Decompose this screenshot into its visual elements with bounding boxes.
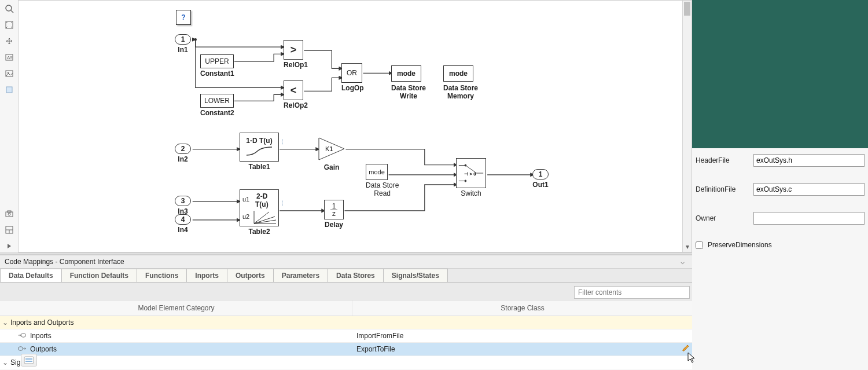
svg-text:K1: K1 (325, 145, 333, 152)
canvas-side-toolbar: A≡ (0, 0, 19, 252)
outport-out1[interactable]: 1 Out1 (532, 169, 549, 189)
code-mappings-tabs: Data Defaults Function Defaults Function… (0, 269, 692, 283)
tab-outports[interactable]: Outports (227, 269, 274, 282)
model-canvas-area: A≡ (0, 0, 692, 252)
right-docked-panel-area (692, 0, 868, 148)
delay-block[interactable]: 1 z Delay (324, 200, 344, 229)
header-file-input[interactable] (753, 154, 865, 167)
definition-file-label: DefinitionFile (696, 185, 753, 193)
col-model-element-category: Model Element Category (0, 301, 353, 316)
inport-in1[interactable]: 1 In1 (175, 34, 191, 54)
zoom-tool-icon[interactable] (3, 2, 16, 15)
tab-signals-states[interactable]: Signals/States (383, 269, 448, 282)
tab-functions[interactable]: Functions (137, 269, 187, 282)
inport-icon (17, 332, 27, 340)
code-mappings-table: Model Element Category Storage Class ⌄ I… (0, 301, 692, 370)
table-row-inports[interactable]: Inports ImportFromFile (0, 329, 692, 343)
svg-rect-20 (24, 357, 34, 364)
inport-in1-label: In1 (175, 46, 191, 54)
data-store-read-block[interactable]: mode Data StoreRead (366, 164, 399, 197)
constant-lower[interactable]: LOWER Constant2 (200, 94, 234, 117)
code-mappings-title: Code Mappings - Component Interface (5, 258, 124, 266)
outport-out1-label: Out1 (532, 181, 549, 189)
prop-header-file: HeaderFile (696, 154, 865, 167)
inport-in2[interactable]: 2 In2 (175, 144, 191, 163)
row-label: Outports (30, 345, 57, 353)
relop2-block[interactable]: < RelOp2 (284, 80, 308, 109)
inport-in4[interactable]: 4 In4 (175, 214, 191, 234)
tab-data-defaults[interactable]: Data Defaults (0, 269, 62, 282)
constant-upper[interactable]: UPPER Constant1 (200, 54, 234, 78)
svg-text:A≡: A≡ (7, 55, 13, 60)
canvas-scrollbar-vertical[interactable]: ▴ ▾ (682, 1, 692, 252)
expand-panel-icon[interactable] (3, 240, 16, 252)
inport-in4-label: In4 (175, 226, 191, 234)
image-tool-icon[interactable] (3, 67, 16, 80)
code-mappings-title-bar: Code Mappings - Component Interface ⌵ (0, 255, 692, 269)
section-signals[interactable]: ⌄ Signals (0, 356, 692, 369)
edit-pencil-icon[interactable] (682, 344, 690, 352)
svg-point-10 (8, 213, 10, 215)
inport-in3[interactable]: 3 In3 (175, 196, 191, 215)
svg-text:⊣ > 0: ⊣ > 0 (464, 171, 476, 177)
chevron-down-icon: ⌄ (2, 358, 8, 367)
pan-tool-icon[interactable] (3, 35, 16, 47)
row-storage-class[interactable]: ExportToFile (353, 343, 692, 356)
svg-rect-7 (6, 87, 12, 93)
prop-preserve-dimensions: PreserveDimensions (696, 241, 865, 249)
area-tool-icon[interactable] (3, 83, 16, 96)
definition-file-input[interactable] (753, 183, 865, 196)
about-this-example-block[interactable]: ? (176, 10, 191, 25)
svg-rect-22 (25, 361, 32, 362)
switch-block[interactable]: ⊣ > 0 ⊣ > 0 Switch (456, 158, 486, 197)
code-mappings-toolbar (0, 283, 692, 301)
tab-function-defaults[interactable]: Function Defaults (61, 269, 137, 282)
svg-rect-24 (19, 347, 23, 350)
relop1-block[interactable]: > RelOp1 (284, 40, 308, 69)
svg-point-17 (465, 164, 466, 166)
outport-icon (17, 345, 27, 353)
view-selector-icon[interactable] (21, 354, 37, 367)
header-file-label: HeaderFile (696, 156, 753, 164)
model-canvas[interactable]: ? 1 In1 2 In2 3 In3 (19, 0, 692, 252)
storage-class-properties-panel: HeaderFile DefinitionFile Owner Preserve… (692, 148, 868, 370)
row-storage-class[interactable]: ImportFromFile (353, 329, 692, 342)
signal-prop-icon: ⟨ (281, 138, 284, 145)
section-inports-and-outports[interactable]: ⌄ Inports and Outports (0, 316, 692, 329)
svg-rect-21 (25, 358, 32, 360)
chevron-down-icon: ⌄ (2, 318, 8, 327)
filter-contents-input[interactable] (574, 286, 690, 299)
svg-line-1 (11, 10, 13, 13)
table2-block[interactable]: u1 u2 2-D T(u) Table2 (240, 189, 279, 236)
camera-icon[interactable] (3, 207, 16, 220)
panel-layout-icon[interactable] (3, 224, 16, 236)
gain-block[interactable]: K1 K1 Gain (318, 137, 345, 171)
preserve-dimensions-checkbox[interactable] (696, 241, 703, 249)
svg-point-14 (194, 38, 197, 41)
logop-block[interactable]: OR LogOp (341, 63, 364, 92)
row-label: Inports (30, 332, 52, 340)
tab-data-stores[interactable]: Data Stores (328, 269, 384, 282)
preserve-dimensions-label: PreserveDimensions (708, 241, 766, 249)
svg-point-18 (465, 180, 466, 182)
table-header: Model Element Category Storage Class (0, 301, 692, 316)
owner-label: Owner (696, 214, 753, 222)
svg-rect-23 (21, 334, 25, 337)
owner-input[interactable] (753, 212, 865, 225)
col-storage-class: Storage Class (353, 301, 692, 316)
signal-prop-icon: ⟨ (281, 200, 284, 206)
prop-definition-file: DefinitionFile (696, 183, 865, 196)
fit-to-view-icon[interactable] (3, 19, 16, 31)
panel-collapse-icon[interactable]: ⌵ (677, 258, 687, 266)
tab-parameters[interactable]: Parameters (273, 269, 328, 282)
annotation-tool-icon[interactable]: A≡ (3, 51, 16, 64)
data-store-write-block[interactable]: mode Data StoreWrite (391, 65, 426, 100)
data-store-memory-block[interactable]: mode Data StoreMemory (443, 65, 478, 100)
table-row-outports[interactable]: Outports ExportToFile (0, 343, 692, 356)
inport-in2-label: In2 (175, 155, 191, 163)
prop-owner: Owner (696, 212, 865, 225)
table1-block[interactable]: 1-D T(u) Table1 (240, 133, 279, 171)
tab-inports[interactable]: Inports (186, 269, 227, 282)
svg-point-0 (6, 5, 12, 11)
